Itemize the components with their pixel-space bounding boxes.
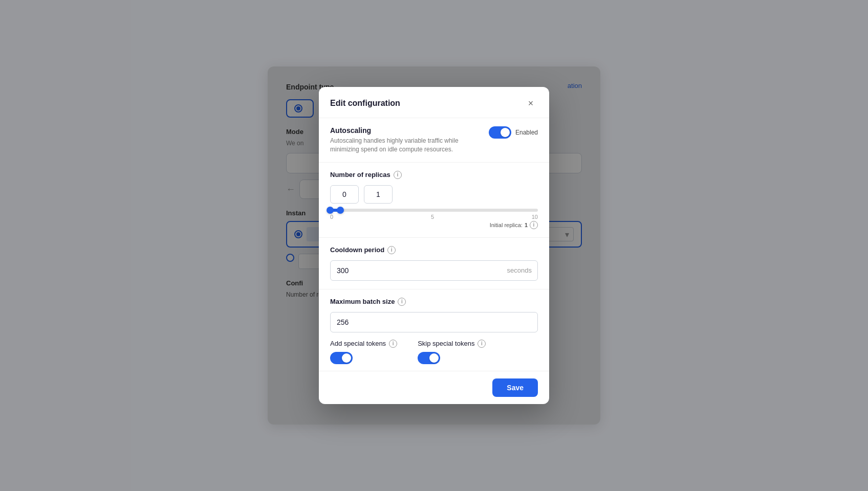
- replicas-info-icon[interactable]: i: [394, 171, 402, 179]
- skip-special-tokens-info-icon[interactable]: i: [478, 340, 486, 348]
- edit-configuration-modal: Edit configuration × Autoscaling Autosca…: [319, 87, 549, 404]
- cooldown-section: Cooldown period i seconds: [319, 238, 549, 289]
- replicas-section: Number of replicas i 0 5 10: [319, 163, 549, 238]
- modal-close-button[interactable]: ×: [524, 96, 538, 110]
- modal-overlay: Edit configuration × Autoscaling Autosca…: [0, 0, 868, 491]
- slider-range-labels: 0 5 10: [330, 214, 538, 220]
- initial-replica-row: Initial replica: 1 i: [330, 221, 538, 229]
- replicas-label: Number of replicas: [330, 171, 390, 178]
- autoscaling-toggle-thumb: [501, 128, 510, 137]
- autoscaling-toggle[interactable]: [489, 126, 511, 139]
- slider-thumb-right[interactable]: [337, 207, 344, 214]
- batch-info-icon[interactable]: i: [398, 298, 406, 306]
- add-special-tokens-label-row: Add special tokens i: [330, 340, 397, 348]
- slider-thumb-left[interactable]: [327, 207, 334, 214]
- cooldown-suffix: seconds: [507, 266, 532, 274]
- initial-replica-value: 1: [525, 222, 528, 228]
- autoscaling-enabled-label: Enabled: [515, 129, 538, 136]
- cooldown-info-icon[interactable]: i: [387, 246, 396, 254]
- replicas-inputs: [330, 185, 538, 204]
- batch-label: Maximum batch size: [330, 298, 395, 305]
- skip-special-tokens-label: Skip special tokens: [418, 340, 474, 347]
- skip-special-tokens-item: Skip special tokens i: [418, 340, 486, 364]
- skip-special-tokens-label-row: Skip special tokens i: [418, 340, 486, 348]
- cooldown-input-wrapper: seconds: [330, 260, 538, 281]
- autoscaling-section: Autoscaling Autoscaling handles highly v…: [319, 118, 549, 163]
- add-special-tokens-item: Add special tokens i: [330, 340, 397, 364]
- add-special-tokens-thumb: [342, 353, 351, 363]
- slider-label-min: 0: [330, 214, 333, 220]
- modal-footer: Save: [319, 371, 549, 404]
- replica-min-input[interactable]: [330, 185, 359, 204]
- slider-label-mid: 5: [431, 214, 434, 220]
- replica-max-input[interactable]: [364, 185, 393, 204]
- cooldown-label: Cooldown period: [330, 246, 384, 254]
- batch-section: Maximum batch size i Add special tokens …: [319, 289, 549, 371]
- modal-body: Autoscaling Autoscaling handles highly v…: [319, 118, 549, 371]
- cooldown-section-header: Cooldown period i: [330, 246, 538, 254]
- add-special-tokens-label: Add special tokens: [330, 340, 386, 347]
- initial-replica-info-icon[interactable]: i: [530, 221, 538, 229]
- add-special-tokens-toggle[interactable]: [330, 352, 353, 364]
- batch-input[interactable]: [330, 312, 538, 332]
- tokens-row: Add special tokens i Skip special tokens…: [330, 340, 538, 364]
- modal-title: Edit configuration: [330, 99, 400, 108]
- autoscaling-text: Autoscaling Autoscaling handles highly v…: [330, 126, 473, 154]
- autoscaling-description: Autoscaling handles highly variable traf…: [330, 137, 473, 154]
- replica-slider[interactable]: [330, 209, 538, 212]
- slider-label-max: 10: [532, 214, 538, 220]
- autoscaling-toggle-group: Enabled: [489, 126, 538, 139]
- skip-special-tokens-toggle[interactable]: [418, 352, 440, 364]
- batch-section-header: Maximum batch size i: [330, 298, 538, 306]
- add-special-tokens-info-icon[interactable]: i: [389, 340, 397, 348]
- replicas-section-header: Number of replicas i: [330, 171, 538, 179]
- autoscaling-label: Autoscaling: [330, 126, 473, 135]
- modal-header: Edit configuration ×: [319, 87, 549, 118]
- save-button[interactable]: Save: [492, 378, 538, 397]
- initial-replica-label: Initial replica:: [490, 222, 523, 228]
- autoscaling-row: Autoscaling Autoscaling handles highly v…: [330, 126, 538, 154]
- skip-special-tokens-thumb: [429, 353, 439, 363]
